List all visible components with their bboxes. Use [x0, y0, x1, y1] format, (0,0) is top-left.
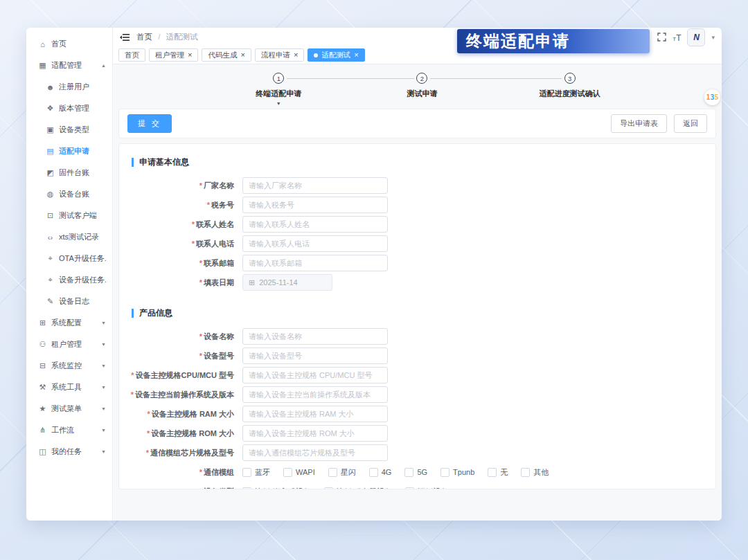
avatar[interactable]: N — [687, 28, 705, 46]
form-row: *设备主控当前操作系统及版本请输入设备主控当前操作系统及版本 — [130, 386, 704, 403]
date-input[interactable]: ⊞2025-11-14 — [242, 274, 332, 291]
breadcrumb-root[interactable]: 首页 — [136, 33, 152, 41]
text-input[interactable]: 请输入联系人电话 — [242, 235, 388, 252]
tab-2[interactable]: 代码生成× — [202, 48, 251, 62]
form-row: *通信模组芯片规格及型号请输入通信模组芯片规格及型号 — [130, 444, 704, 461]
breadcrumb-current: 适配测试 — [166, 33, 198, 41]
text-input[interactable]: 请输入设备型号 — [242, 347, 388, 364]
tab-0[interactable]: 首页 — [118, 48, 145, 62]
sidebar-item-11[interactable]: ⌖设备升级任务... — [26, 269, 112, 291]
date-value: 2025-11-14 — [259, 278, 297, 287]
field-label: *联系人电话 — [130, 240, 234, 249]
sidebar-item-9[interactable]: ‹›xts测试记录 — [26, 226, 112, 248]
field-label-text: 设备类型 — [204, 487, 234, 490]
checkbox-box — [242, 487, 251, 490]
float-badge-135[interactable]: 135 — [704, 89, 720, 105]
collapse-menu-icon[interactable] — [120, 33, 130, 42]
field-control: 请输入设备主控规格 RAM 大小 — [242, 406, 388, 422]
sidebar-item-1[interactable]: ▦适配管理▲ — [26, 55, 112, 76]
input-placeholder: 请输入设备主控规格 CPU/MCU 型号 — [249, 370, 372, 381]
text-input[interactable]: 请输入设备主控规格 CPU/MCU 型号 — [242, 367, 388, 383]
text-input[interactable]: 请输入设备主控当前操作系统及版本 — [242, 386, 388, 403]
field-label: *设备主控规格 ROM 大小 — [130, 429, 234, 438]
close-icon[interactable]: × — [294, 51, 298, 59]
close-icon[interactable]: × — [188, 51, 192, 59]
checkbox-option[interactable]: Tpunb — [440, 468, 474, 477]
checkbox-option[interactable]: 蓝牙 — [242, 467, 270, 478]
field-control: 请输入联系邮箱 — [242, 255, 388, 271]
text-input[interactable]: 请输入联系人姓名 — [242, 216, 388, 233]
close-icon[interactable]: × — [240, 51, 244, 59]
sidebar-item-0[interactable]: ⌂首页 — [26, 33, 112, 55]
checkbox-option[interactable]: 4G — [369, 468, 392, 477]
page-title-banner: 终端适配申请 — [457, 29, 650, 53]
step-3[interactable]: 3适配进度测试确认 — [518, 73, 622, 99]
checkbox-option[interactable]: 其他 — [521, 467, 549, 478]
field-label: *填表日期 — [130, 278, 234, 287]
device-ledger-icon: ◍ — [46, 190, 55, 199]
font-size-icon[interactable]: TT — [673, 32, 681, 43]
sidebar-item-4[interactable]: ▣设备类型 — [26, 119, 112, 141]
checkbox-box — [242, 468, 251, 477]
sidebar-item-12[interactable]: ✎设备日志 — [26, 291, 112, 312]
chevron-down-icon: ▼ — [101, 449, 106, 454]
form-row: *联系人姓名请输入联系人姓名 — [130, 216, 704, 233]
sidebar-item-16[interactable]: ⚒系统工具▼ — [26, 377, 112, 398]
sidebar-item-17[interactable]: ★测试菜单▼ — [26, 398, 112, 419]
sidebar-item-7[interactable]: ◍设备台账 — [26, 183, 112, 205]
input-placeholder: 请输入设备名称 — [249, 332, 302, 342]
text-input[interactable]: 请输入厂家名称 — [242, 177, 388, 194]
text-input[interactable]: 请输入设备主控规格 ROM 大小 — [242, 425, 388, 442]
checkbox-option[interactable]: 5G — [404, 468, 427, 477]
checkbox-option[interactable]: 边侧-服务器设备 — [324, 487, 393, 490]
sidebar-item-label: 设备台账 — [59, 189, 89, 199]
tab-1[interactable]: 租户管理× — [149, 48, 198, 62]
main-panel: 首页 / 适配测试 TT N ▾ 终端适配申请 首页租户管理×代码生成×流程申请… — [113, 28, 722, 521]
tab-4[interactable]: 适配测试× — [308, 48, 364, 62]
sidebar-item-15[interactable]: ⊟系统监控▼ — [26, 355, 112, 377]
field-label: *设备主控规格CPU/MCU 型号 — [130, 371, 234, 380]
step-2[interactable]: 2测试申请 — [370, 73, 474, 99]
submit-button[interactable]: 提 交 — [127, 114, 172, 133]
back-button[interactable]: 返回 — [674, 114, 707, 133]
fullscreen-icon[interactable] — [657, 33, 666, 42]
sidebar-item-6[interactable]: ◩固件台账 — [26, 162, 112, 183]
text-input[interactable]: 请输入通信模组芯片规格及型号 — [242, 444, 388, 461]
checkbox-option[interactable]: 端侧设备 — [405, 487, 448, 490]
checkbox-option[interactable]: WAPI — [283, 468, 315, 477]
text-input[interactable]: 请输入设备主控规格 RAM 大小 — [242, 406, 388, 422]
checkbox-option[interactable]: 边侧-嵌入式设备 — [242, 487, 311, 490]
chevron-down-icon[interactable]: ▾ — [711, 34, 715, 41]
device-log-icon: ✎ — [46, 297, 55, 306]
text-input[interactable]: 请输入设备名称 — [242, 328, 388, 345]
form-row: *厂家名称请输入厂家名称 — [130, 177, 704, 194]
field-label-text: 填表日期 — [204, 278, 234, 287]
text-input[interactable]: 请输入税务号 — [242, 197, 388, 213]
checkbox-label: 5G — [417, 468, 427, 476]
field-control: 请输入设备主控当前操作系统及版本 — [242, 386, 388, 403]
required-asterisk: * — [131, 390, 134, 399]
sidebar-item-10[interactable]: ⌖OTA升级任务... — [26, 248, 112, 269]
text-input[interactable]: 请输入联系邮箱 — [242, 255, 388, 271]
tab-3[interactable]: 流程申请× — [255, 48, 304, 62]
sidebar-item-label: 租户管理 — [51, 339, 82, 350]
sidebar-item-label: 系统监控 — [51, 361, 82, 371]
sidebar-item-14[interactable]: ⚇租户管理▼ — [26, 334, 112, 355]
field-control: 请输入厂家名称 — [242, 177, 388, 194]
checkbox-label: 端侧设备 — [418, 487, 448, 490]
sidebar-item-13[interactable]: ⊞系统配置▼ — [26, 312, 112, 334]
field-label: *厂家名称 — [130, 181, 234, 190]
sidebar-item-18[interactable]: ⋔工作流▼ — [26, 419, 112, 441]
sidebar-item-5[interactable]: ▤适配申请 — [26, 141, 112, 162]
close-icon[interactable]: × — [354, 51, 358, 59]
sidebar-item-19[interactable]: ◫我的任务▼ — [26, 441, 112, 462]
sidebar-item-2[interactable]: ☻注册用户 — [26, 76, 112, 98]
chevron-down-icon: ▼ — [101, 320, 106, 325]
checkbox-option[interactable]: 星闪 — [328, 467, 356, 478]
required-asterisk: * — [147, 429, 150, 437]
steps-indicator: 1终端适配申请▼2测试申请3适配进度测试确认 — [118, 70, 716, 109]
checkbox-option[interactable]: 无 — [488, 467, 508, 478]
sidebar-item-8[interactable]: ⊡测试客户端 — [26, 205, 112, 226]
sidebar-item-3[interactable]: ❖版本管理 — [26, 98, 112, 119]
export-application-button[interactable]: 导出申请表 — [611, 114, 667, 133]
